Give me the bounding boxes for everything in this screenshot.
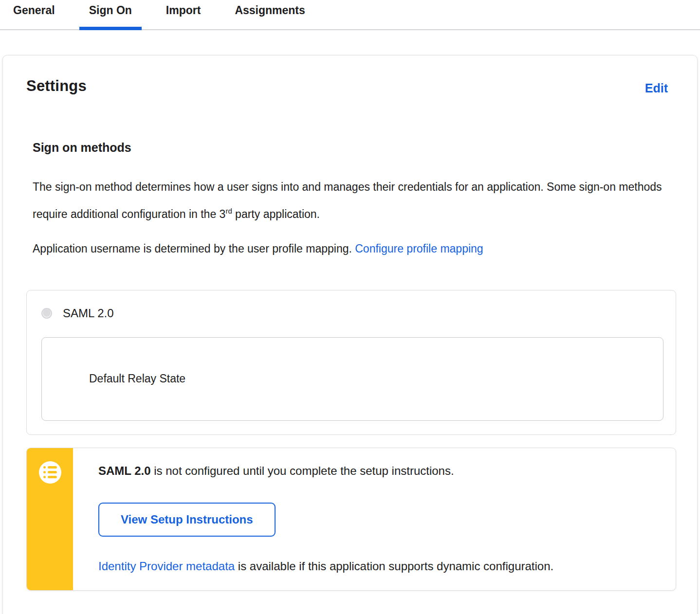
settings-card-header: Settings Edit [26, 77, 676, 95]
username-note-text: Application username is determined by th… [33, 242, 355, 255]
metadata-note-rest: is available if this application support… [235, 560, 553, 573]
callout-message-rest: is not configured until you complete the… [151, 464, 454, 477]
list-icon-row [43, 466, 57, 469]
sign-on-method-description: The sign-on method determines how a user… [33, 175, 676, 226]
callout-message: SAML 2.0 is not configured until you com… [98, 461, 656, 481]
saml-option-box: SAML 2.0 Default Relay State [26, 290, 676, 435]
callout-message-bold: SAML 2.0 [98, 464, 151, 477]
saml-radio-label: SAML 2.0 [63, 307, 114, 320]
description-superscript: rd [225, 207, 232, 215]
edit-settings-link[interactable]: Edit [645, 81, 668, 95]
saml-not-configured-callout: SAML 2.0 is not configured until you com… [26, 448, 676, 591]
settings-card: Settings Edit Sign on methods The sign-o… [2, 55, 698, 614]
application-username-note: Application username is determined by th… [33, 237, 676, 261]
saml-radio-row: SAML 2.0 [41, 307, 663, 320]
configure-profile-mapping-link[interactable]: Configure profile mapping [355, 242, 483, 255]
tab-sign-on[interactable]: Sign On [79, 0, 142, 29]
saml-radio-button[interactable] [41, 308, 52, 319]
app-tab-bar: General Sign On Import Assignments [0, 0, 700, 30]
view-setup-instructions-button[interactable]: View Setup Instructions [98, 503, 276, 537]
list-icon-row [43, 476, 57, 478]
description-text-part2: party application. [232, 208, 320, 220]
default-relay-state-panel: Default Relay State [41, 337, 663, 421]
identity-provider-metadata-note: Identity Provider metadata is available … [98, 557, 656, 576]
tab-general[interactable]: General [3, 0, 65, 29]
settings-title: Settings [26, 77, 87, 95]
setup-instructions-list-icon [39, 461, 61, 484]
sign-on-methods-section: Sign on methods The sign-on method deter… [26, 141, 676, 261]
identity-provider-metadata-link[interactable]: Identity Provider metadata [98, 560, 235, 573]
description-text-part1: The sign-on method determines how a user… [33, 181, 662, 220]
callout-warning-strip [27, 448, 73, 590]
callout-body: SAML 2.0 is not configured until you com… [73, 448, 676, 590]
tab-import[interactable]: Import [156, 0, 211, 29]
sign-on-methods-heading: Sign on methods [33, 141, 676, 155]
list-icon-row [43, 471, 57, 473]
default-relay-state-label: Default Relay State [89, 372, 185, 385]
tab-assignments[interactable]: Assignments [225, 0, 314, 29]
